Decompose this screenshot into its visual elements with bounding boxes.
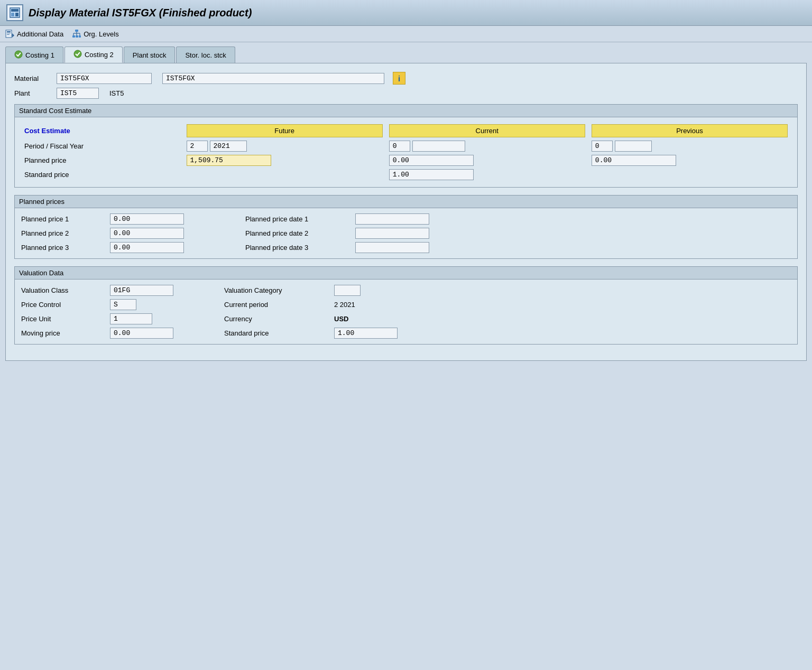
material-code-input[interactable] [57, 73, 152, 84]
org-levels-icon [72, 29, 81, 39]
svg-rect-10 [72, 35, 75, 38]
standard-price-val-input[interactable] [334, 328, 398, 339]
moving-price-label: Moving price [21, 329, 106, 337]
material-description-input[interactable] [162, 73, 384, 84]
valuation-data-section: Valuation Data Valuation Class Valuation… [14, 266, 798, 345]
price-control-label: Price Control [21, 301, 106, 309]
current-standard-price-input[interactable] [389, 169, 474, 180]
plant-description: IST5 [109, 89, 124, 97]
current-header: Current [389, 124, 585, 137]
planned-price-date-2-label: Planned price date 2 [245, 229, 351, 237]
svg-rect-11 [76, 35, 78, 38]
toolbar: Additional Data Org. Levels [0, 26, 812, 42]
planned-prices-title: Planned prices [15, 196, 797, 208]
standard-price-label: Standard price [24, 171, 69, 179]
tab-costing1[interactable]: Costing 1 [5, 46, 63, 63]
plant-label: Plant [14, 89, 57, 97]
current-period-value: 2 2021 [334, 301, 791, 309]
tab-stor-loc-label: Stor. loc. stck [185, 51, 226, 59]
app-icon [6, 4, 23, 21]
planned-price-date-2-input[interactable] [355, 228, 429, 239]
standard-cost-estimate-body: Cost Estimate Future Current Previous Pe… [15, 117, 797, 187]
standard-cost-estimate-title: Standard Cost Estimate [15, 105, 797, 117]
cost-estimate-label: Cost Estimate [24, 127, 70, 135]
price-control-input[interactable] [110, 299, 136, 310]
page-title: Display Material IST5FGX (Finished produ… [29, 7, 252, 19]
valuation-category-label: Valuation Category [224, 286, 330, 294]
svg-rect-5 [7, 31, 11, 32]
additional-data-icon [5, 29, 15, 39]
planned-prices-section: Planned prices Planned price 1 Planned p… [14, 195, 798, 259]
planned-price-3-input[interactable] [110, 242, 184, 253]
planned-price-label: Planned price [24, 156, 67, 164]
standard-price-row: Standard price [21, 168, 791, 182]
price-unit-input[interactable] [110, 313, 152, 324]
valuation-data-body: Valuation Class Valuation Category Price… [15, 280, 797, 344]
current-period-label: Current period [224, 301, 330, 309]
svg-rect-1 [11, 9, 19, 12]
future-planned-price-input[interactable] [187, 155, 271, 166]
plant-code-input[interactable] [57, 88, 99, 99]
previous-year-input[interactable] [615, 141, 652, 152]
material-row: Material i [14, 72, 798, 85]
tab-area: Costing 1 Costing 2 Plant stock Stor. lo… [0, 42, 812, 63]
planned-price-date-1-input[interactable] [355, 213, 429, 225]
future-year-input[interactable] [210, 141, 247, 152]
tab-plant-stock-label: Plant stock [133, 51, 167, 59]
costing1-check-icon [14, 50, 23, 60]
svg-rect-12 [79, 35, 81, 38]
svg-rect-3 [15, 13, 19, 16]
planned-price-1-label: Planned price 1 [21, 215, 106, 223]
cost-estimate-table: Cost Estimate Future Current Previous Pe… [21, 123, 791, 182]
planned-price-1-input[interactable] [110, 213, 184, 225]
currency-value: USD [334, 315, 791, 323]
current-year-input[interactable] [412, 141, 465, 152]
svg-point-19 [74, 50, 81, 58]
org-levels-label: Org. Levels [84, 30, 118, 38]
standard-price-label-val: Standard price [224, 329, 330, 337]
org-levels-button[interactable]: Org. Levels [72, 29, 118, 39]
planned-price-2-input[interactable] [110, 228, 184, 239]
svg-rect-6 [7, 33, 11, 33]
future-period-input[interactable] [187, 141, 208, 152]
svg-rect-7 [7, 34, 10, 35]
period-fiscal-year-row: Period / Fiscal Year [21, 139, 791, 153]
valuation-category-input[interactable] [334, 285, 361, 296]
info-button[interactable]: i [393, 72, 405, 85]
current-planned-price-input[interactable] [389, 155, 474, 166]
previous-header: Previous [592, 124, 788, 137]
previous-planned-price-input[interactable] [592, 155, 676, 166]
current-period-input[interactable] [389, 141, 410, 152]
period-fiscal-year-label: Period / Fiscal Year [24, 142, 84, 150]
planned-prices-body: Planned price 1 Planned price date 1 Pla… [15, 208, 797, 258]
tabs: Costing 1 Costing 2 Plant stock Stor. lo… [5, 46, 807, 63]
planned-price-date-3-label: Planned price date 3 [245, 244, 351, 252]
planned-price-3-label: Planned price 3 [21, 244, 106, 252]
cost-estimate-header-row: Cost Estimate Future Current Previous [21, 123, 791, 139]
additional-data-button[interactable]: Additional Data [5, 29, 63, 39]
planned-price-date-3-input[interactable] [355, 242, 429, 253]
previous-period-input[interactable] [592, 141, 613, 152]
tab-costing2[interactable]: Costing 2 [64, 46, 123, 63]
planned-price-2-label: Planned price 2 [21, 229, 106, 237]
costing2-check-icon [73, 50, 82, 60]
valuation-class-input[interactable] [110, 285, 173, 296]
tab-stor-loc[interactable]: Stor. loc. stck [176, 46, 235, 63]
tab-plant-stock[interactable]: Plant stock [124, 46, 176, 63]
info-icon: i [398, 74, 400, 83]
future-header: Future [187, 124, 383, 137]
planned-price-date-1-label: Planned price date 1 [245, 215, 351, 223]
svg-rect-2 [11, 13, 14, 16]
tab-costing1-label: Costing 1 [25, 51, 54, 59]
additional-data-label: Additional Data [17, 30, 63, 38]
currency-label: Currency [224, 315, 330, 323]
svg-rect-9 [75, 30, 78, 32]
svg-marker-8 [12, 33, 14, 38]
plant-row: Plant IST5 [14, 88, 798, 99]
moving-price-input[interactable] [110, 328, 173, 339]
svg-point-18 [15, 51, 22, 58]
material-label: Material [14, 75, 57, 82]
valuation-class-label: Valuation Class [21, 286, 106, 294]
valuation-data-title: Valuation Data [15, 267, 797, 280]
standard-cost-estimate-section: Standard Cost Estimate Cost Estimate Fut… [14, 104, 798, 188]
